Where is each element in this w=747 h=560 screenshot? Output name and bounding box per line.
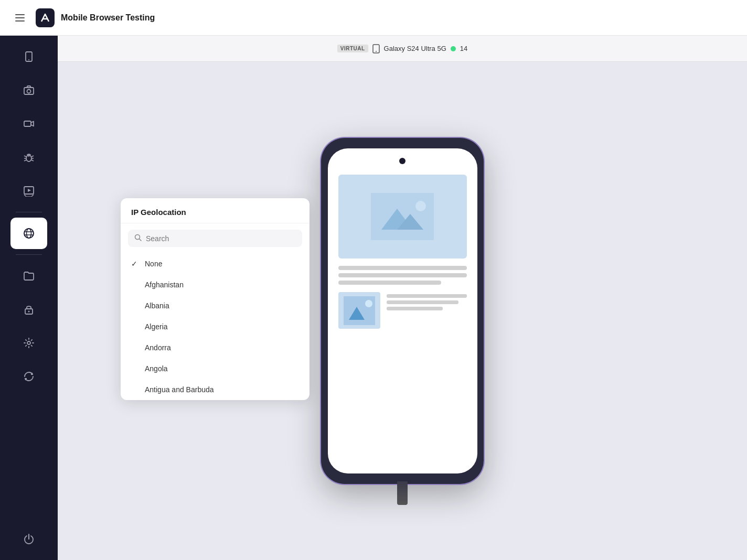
sidebar-item-settings[interactable]: [10, 327, 47, 359]
svg-marker-11: [28, 189, 31, 192]
geo-item-none[interactable]: ✓ None: [121, 253, 310, 274]
video-icon: [23, 118, 35, 130]
sidebar-item-lock[interactable]: [10, 294, 47, 325]
main-layout: VIRTUAL Galaxy S24 Ultra 5G 14 IP Geoloc…: [0, 36, 747, 560]
phone-text-line-1: [338, 266, 467, 270]
phone-bottom-section: [338, 292, 467, 329]
content-area: VIRTUAL Galaxy S24 Ultra 5G 14 IP Geoloc…: [58, 36, 747, 560]
sidebar-item-play[interactable]: [10, 175, 47, 207]
folder-icon: [23, 270, 35, 282]
sidebar-item-folder[interactable]: [10, 260, 47, 292]
geo-item-andorra[interactable]: Andorra: [121, 337, 310, 358]
svg-line-22: [140, 239, 142, 241]
sidebar-item-camera[interactable]: [10, 74, 47, 106]
check-icon: ✓: [131, 260, 140, 268]
app-logo: [36, 8, 55, 27]
phone-thumb-image: [338, 292, 380, 329]
phone-thumb-text: [387, 292, 467, 310]
svg-point-26: [415, 201, 426, 211]
geo-item-label: None: [145, 260, 299, 268]
phone-content: [328, 148, 477, 473]
phone-camera: [399, 158, 405, 164]
geo-popup: IP Geolocation: [121, 198, 310, 400]
power-icon: [23, 533, 35, 545]
svg-point-4: [28, 59, 29, 60]
geo-item-label: Albania: [145, 301, 299, 310]
refresh-icon: [23, 371, 35, 382]
geo-popup-title: IP Geolocation: [121, 198, 310, 223]
svg-point-6: [27, 90, 31, 93]
svg-point-20: [376, 51, 377, 52]
phone-mockup: [321, 138, 484, 484]
mobile-icon: [23, 51, 35, 62]
geo-item-angola[interactable]: Angola: [121, 358, 310, 379]
app-title: Mobile Browser Testing: [61, 13, 155, 23]
svg-point-18: [27, 341, 30, 344]
phone-image-main: [338, 175, 467, 259]
geo-country-list: ✓ None Afghanistan Albania: [121, 253, 310, 400]
sidebar: [0, 36, 58, 560]
svg-point-13: [27, 229, 31, 238]
phone-text-line-2: [338, 273, 467, 277]
search-icon: [134, 234, 142, 243]
svg-rect-0: [15, 14, 25, 15]
globe-icon: [23, 227, 35, 240]
device-toolbar: VIRTUAL Galaxy S24 Ultra 5G 14: [58, 36, 747, 62]
android-version: 14: [460, 45, 467, 52]
svg-rect-7: [24, 121, 31, 126]
geo-item-algeria[interactable]: Algeria: [121, 316, 310, 337]
svg-point-17: [28, 311, 30, 313]
geo-item-label: Afghanistan: [145, 281, 299, 289]
svg-point-12: [24, 229, 34, 238]
settings-icon: [23, 337, 35, 349]
geo-item-antigua-barbuda[interactable]: Antigua and Barbuda: [121, 379, 310, 400]
topbar: Mobile Browser Testing: [0, 0, 747, 36]
phone-text-line-3: [338, 281, 441, 285]
sidebar-item-power[interactable]: [10, 523, 47, 555]
menu-button[interactable]: [10, 8, 29, 27]
sidebar-item-geo[interactable]: [10, 218, 47, 249]
sidebar-item-video[interactable]: [10, 108, 47, 139]
phone-thumb-line-2: [387, 300, 459, 304]
lock-icon: [23, 304, 35, 315]
geo-item-label: Angola: [145, 364, 299, 373]
phone-text-lines: [338, 266, 467, 285]
android-indicator: [451, 46, 456, 51]
geo-item-label: Algeria: [145, 322, 299, 331]
phone-display-area: IP Geolocation: [58, 62, 747, 560]
sidebar-divider-2: [16, 254, 42, 255]
svg-point-29: [365, 300, 372, 307]
geo-item-label: Antigua and Barbuda: [145, 385, 299, 394]
sidebar-item-bug[interactable]: [10, 142, 47, 173]
geo-search-input[interactable]: [146, 234, 296, 243]
phone-cable: [397, 481, 408, 505]
bug-icon: [23, 152, 35, 163]
geo-search-container: [121, 223, 310, 253]
sidebar-item-mobile[interactable]: [10, 41, 47, 72]
device-icon: [372, 44, 380, 53]
geo-item-albania[interactable]: Albania: [121, 295, 310, 316]
phone-thumb-line-3: [387, 307, 443, 310]
sidebar-divider-1: [16, 212, 42, 212]
virtual-badge: VIRTUAL: [337, 45, 368, 52]
play-icon: [23, 185, 35, 197]
geo-item-afghanistan[interactable]: Afghanistan: [121, 274, 310, 295]
sidebar-item-refresh[interactable]: [10, 361, 47, 392]
phone-screen: [328, 148, 477, 473]
svg-rect-2: [15, 20, 25, 21]
phone-thumb-line-1: [387, 294, 467, 298]
geo-search-box: [128, 230, 302, 247]
geo-item-label: Andorra: [145, 343, 299, 352]
svg-rect-1: [15, 17, 25, 18]
device-name: Galaxy S24 Ultra 5G: [384, 45, 446, 52]
camera-icon: [23, 84, 35, 96]
